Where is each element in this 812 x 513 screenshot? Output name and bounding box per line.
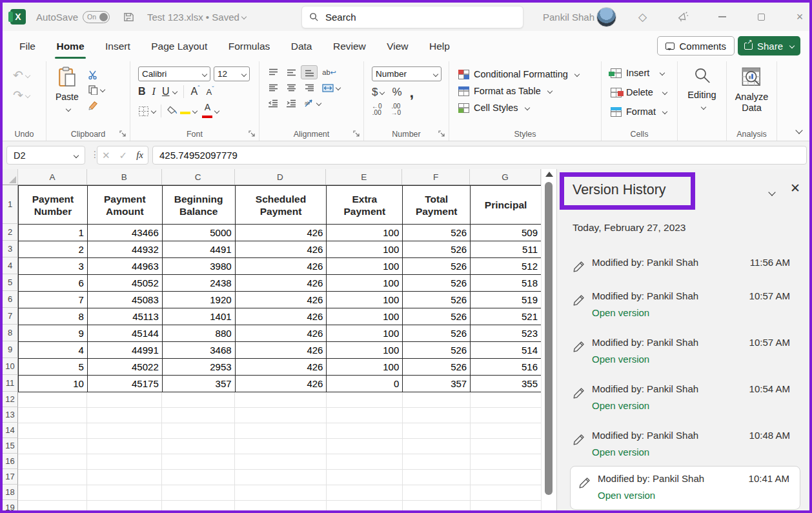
row-header-7[interactable]: 7	[3, 308, 18, 325]
data-cell[interactable]: 509	[471, 225, 542, 241]
data-cell[interactable]: 1	[19, 225, 88, 241]
row-header-11[interactable]: 11	[3, 375, 18, 392]
empty-cell[interactable]	[471, 423, 542, 439]
data-cell[interactable]: 6	[19, 275, 88, 292]
data-cell[interactable]: 516	[471, 359, 542, 376]
data-cell[interactable]: 426	[236, 359, 327, 376]
data-cell[interactable]: 526	[403, 342, 471, 359]
empty-cell[interactable]	[162, 501, 235, 510]
data-cell[interactable]: 1920	[163, 292, 236, 308]
shrink-font-button[interactable]: Aˇ	[206, 86, 214, 97]
number-format-select[interactable]: Number	[372, 66, 442, 81]
copy-button[interactable]	[88, 82, 105, 97]
cell-styles-button[interactable]: Cell Styles	[458, 99, 601, 116]
empty-cell[interactable]	[327, 454, 403, 470]
version-entry[interactable]: Modified by: Pankil ShahOpen version10:5…	[573, 336, 799, 367]
empty-cell[interactable]	[235, 470, 327, 485]
megaphone-icon[interactable]	[677, 3, 689, 31]
row-header-3[interactable]: 3	[3, 241, 18, 257]
open-version-link[interactable]: Open version	[592, 352, 649, 367]
percent-button[interactable]: %	[392, 86, 401, 99]
data-cell[interactable]: 0	[327, 376, 403, 392]
empty-cell[interactable]	[162, 408, 235, 423]
empty-cell[interactable]	[162, 392, 235, 408]
data-cell[interactable]: 426	[236, 342, 327, 359]
maximize-button[interactable]	[751, 3, 771, 31]
format-cells-button[interactable]: Format	[611, 102, 677, 121]
empty-cell[interactable]	[471, 454, 542, 470]
empty-cell[interactable]	[87, 423, 162, 439]
empty-cell[interactable]	[327, 485, 403, 501]
row-header-1[interactable]: 1	[3, 185, 18, 224]
empty-cell[interactable]	[403, 408, 471, 423]
empty-cell[interactable]	[162, 439, 235, 454]
column-header-A[interactable]: A	[18, 169, 87, 185]
data-cell[interactable]: 10	[19, 376, 88, 392]
data-cell[interactable]: 880	[163, 325, 236, 342]
data-cell[interactable]: 43466	[88, 225, 163, 241]
alignment-dialog-launcher[interactable]	[353, 130, 361, 138]
document-title[interactable]: Test 123.xlsx • Saved	[147, 3, 246, 31]
data-cell[interactable]: 1401	[163, 308, 236, 325]
data-cell[interactable]: 519	[471, 292, 542, 308]
data-cell[interactable]: 45144	[88, 325, 163, 342]
data-cell[interactable]: 526	[403, 359, 471, 376]
tab-review[interactable]: Review	[324, 31, 375, 61]
empty-cell[interactable]	[471, 470, 542, 485]
name-box[interactable]: D2	[6, 146, 85, 165]
empty-cell[interactable]	[87, 454, 162, 470]
column-header-F[interactable]: F	[402, 169, 470, 185]
header-cell[interactable]: Beginning Balance	[163, 186, 236, 225]
collapse-ribbon-button[interactable]	[794, 124, 802, 136]
avatar[interactable]	[596, 3, 616, 31]
empty-cell[interactable]	[162, 423, 235, 439]
data-cell[interactable]: 512	[471, 258, 542, 275]
version-entry[interactable]: Modified by: Pankil ShahOpen version10:5…	[573, 289, 799, 320]
empty-cell[interactable]	[327, 408, 403, 423]
font-name-select[interactable]: Calibri	[138, 66, 210, 81]
empty-cell[interactable]	[18, 501, 87, 510]
open-version-link[interactable]: Open version	[592, 306, 649, 320]
empty-cell[interactable]	[18, 485, 87, 501]
empty-cell[interactable]	[18, 439, 87, 454]
data-cell[interactable]: 518	[471, 275, 542, 292]
header-cell[interactable]: Principal	[471, 186, 542, 225]
empty-cell[interactable]	[327, 439, 403, 454]
bold-button[interactable]: B	[138, 86, 146, 97]
empty-cell[interactable]	[18, 423, 87, 439]
header-cell[interactable]: Payment Number	[19, 186, 88, 225]
underline-button[interactable]: U	[162, 86, 170, 97]
header-cell[interactable]: Total Payment	[403, 186, 471, 225]
empty-cell[interactable]	[18, 408, 87, 423]
data-cell[interactable]: 100	[327, 359, 403, 376]
scrollbar-thumb[interactable]	[545, 182, 553, 495]
data-cell[interactable]: 5	[19, 359, 88, 376]
data-cell[interactable]: 2	[19, 241, 88, 258]
row-header-5[interactable]: 5	[3, 274, 18, 291]
empty-cell[interactable]	[235, 501, 327, 510]
row-header-4[interactable]: 4	[3, 257, 18, 274]
paste-button[interactable]: Paste	[56, 66, 79, 114]
row-header-17[interactable]: 17	[3, 469, 18, 485]
data-cell[interactable]: 44991	[88, 342, 163, 359]
data-cell[interactable]: 100	[327, 342, 403, 359]
data-cell[interactable]: 3468	[163, 342, 236, 359]
data-cell[interactable]: 526	[403, 241, 471, 258]
empty-cell[interactable]	[471, 392, 542, 408]
analyze-data-button[interactable]: Analyze Data	[727, 61, 776, 114]
empty-cell[interactable]	[403, 485, 471, 501]
currency-button[interactable]: $	[372, 86, 384, 99]
version-entry[interactable]: Modified by: Pankil ShahOpen version10:4…	[570, 466, 800, 510]
empty-cell[interactable]	[87, 485, 162, 501]
font-dialog-launcher[interactable]	[249, 130, 256, 138]
empty-cell[interactable]	[18, 392, 87, 408]
data-cell[interactable]: 355	[471, 376, 542, 392]
empty-cell[interactable]	[327, 501, 403, 510]
empty-cell[interactable]	[471, 485, 542, 501]
clipboard-dialog-launcher[interactable]	[119, 130, 127, 138]
data-cell[interactable]: 3980	[163, 258, 236, 275]
data-cell[interactable]: 2953	[163, 359, 236, 376]
data-cell[interactable]: 45083	[88, 292, 163, 308]
share-button[interactable]: Share	[738, 36, 800, 55]
data-cell[interactable]: 521	[471, 308, 542, 325]
